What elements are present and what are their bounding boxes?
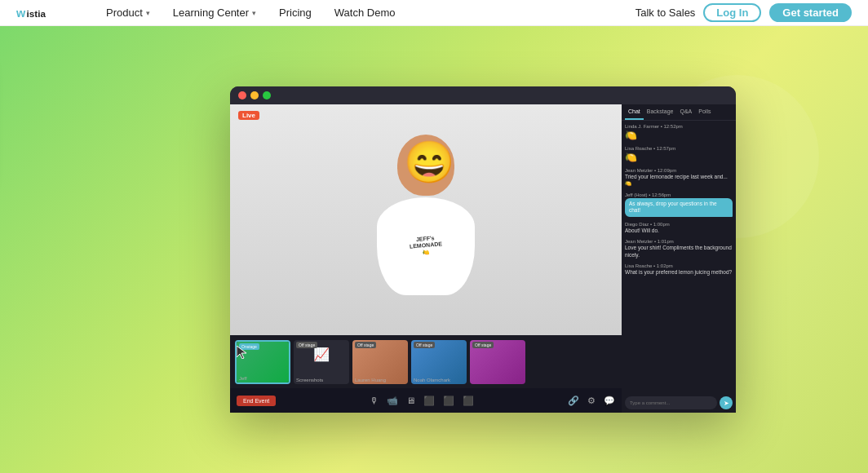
minimize-window-button[interactable] bbox=[250, 91, 259, 99]
layout-icon-3[interactable]: ⬛ bbox=[463, 396, 474, 406]
chat-tabs: Chat Backstage Q&A Polls bbox=[622, 104, 736, 121]
chat-messages: Linda J. Farmer • 12:52pm 🍋 Lisa Roache … bbox=[622, 121, 736, 393]
bottom-right-controls: 🔗 ⚙ 💬 bbox=[568, 396, 615, 406]
chat-message-1: Lisa Roache • 12:57pm 🍋 bbox=[625, 146, 733, 163]
video-area: Live JEFF'sLEMONADE🍋 bbox=[230, 104, 622, 413]
chat-sidebar: Chat Backstage Q&A Polls Linda J. Farmer… bbox=[622, 104, 736, 413]
chevron-down-icon: ▾ bbox=[146, 9, 150, 17]
presenter-head bbox=[397, 135, 454, 196]
svg-text:w: w bbox=[16, 7, 26, 20]
chat-message-3: Jeff (Host) • 12:56pm As always, drop yo… bbox=[625, 192, 733, 217]
tab-backstage[interactable]: Backstage bbox=[644, 104, 677, 120]
layout-icon-1[interactable]: ⬛ bbox=[423, 396, 435, 406]
chat-send-button[interactable]: ➤ bbox=[720, 396, 733, 409]
video-icon[interactable]: 📹 bbox=[387, 396, 398, 406]
tab-chat[interactable]: Chat bbox=[625, 104, 644, 120]
tab-polls[interactable]: Polls bbox=[695, 104, 714, 120]
get-started-button[interactable]: Get started bbox=[769, 3, 852, 22]
maximize-window-button[interactable] bbox=[263, 91, 271, 99]
chevron-down-icon: ▾ bbox=[252, 9, 256, 17]
invite-icon[interactable]: 🔗 bbox=[568, 396, 579, 406]
audio-icon[interactable]: 🎙 bbox=[370, 396, 379, 406]
nav-watch-demo[interactable]: Watch Demo bbox=[323, 0, 407, 26]
svg-marker-2 bbox=[237, 346, 246, 359]
chat-body-6: What is your preferred lemon juicing met… bbox=[625, 269, 733, 276]
thumb-label-1: Screenshots bbox=[296, 378, 323, 382]
layout-icon-2[interactable]: ⬛ bbox=[443, 396, 454, 406]
chat-user-0: Linda J. Farmer • 12:52pm bbox=[625, 124, 733, 129]
mouse-cursor bbox=[237, 346, 246, 359]
thumb-label-0: Jeff bbox=[239, 376, 247, 381]
thumb-badge-4: Off stage bbox=[472, 342, 494, 348]
app-window: Live JEFF'sLEMONADE🍋 bbox=[230, 86, 736, 413]
thumb-4[interactable]: Off stage bbox=[470, 340, 525, 384]
chat-message-5: Jean Metzler • 1:01pm Love your shirt! C… bbox=[625, 239, 733, 259]
talk-to-sales-link[interactable]: Talk to Sales bbox=[636, 7, 696, 19]
main-video: JEFF'sLEMONADE🍋 bbox=[230, 104, 622, 335]
chat-body-5: Love your shirt! Compliments the backgro… bbox=[625, 245, 733, 259]
thumb-2[interactable]: Off stage Lauren Huang bbox=[352, 340, 408, 384]
nav-product[interactable]: Product ▾ bbox=[95, 0, 162, 26]
nav-items: Product ▾ Learning Center ▾ Pricing Watc… bbox=[95, 0, 636, 26]
chat-body-4: About! Will do. bbox=[625, 228, 733, 234]
thumb-label-3: Noah Olamchark bbox=[414, 378, 450, 382]
end-event-button[interactable]: End Event bbox=[237, 396, 276, 406]
chat-icon[interactable]: 💬 bbox=[604, 396, 615, 406]
video-feed: JEFF'sLEMONADE🍋 bbox=[230, 104, 622, 335]
chat-user-2: Jean Metzler • 12:09pm bbox=[625, 168, 733, 173]
shirt-text: JEFF'sLEMONADE🍋 bbox=[409, 234, 443, 258]
thumb-label-2: Lauren Huang bbox=[355, 378, 386, 382]
chat-body-3: As always, drop your questions in the ch… bbox=[625, 198, 733, 217]
bottom-bar: End Event 🎙 📹 🖥 ⬛ ⬛ ⬛ 🔗 ⚙ 💬 bbox=[230, 388, 622, 413]
thumbnail-strip: Onstage Jeff 📈 Off stage Screenshots Off… bbox=[230, 335, 622, 388]
chat-message-4: Diego Diaz • 1:00pm About! Will do. bbox=[625, 222, 733, 234]
nav-pricing[interactable]: Pricing bbox=[268, 0, 323, 26]
window-titlebar bbox=[230, 86, 736, 104]
chat-user-3: Jeff (Host) • 12:56pm bbox=[625, 192, 733, 197]
screen-icon: 📈 bbox=[313, 347, 330, 362]
chat-input[interactable] bbox=[625, 396, 717, 409]
thumb-3[interactable]: Off stage Noah Olamchark bbox=[411, 340, 467, 384]
hero-section: Home 🏠 Content Library 📡 Live Events 📊 A… bbox=[0, 26, 868, 473]
navbar: w istia Product ▾ Learning Center ▾ Pric… bbox=[0, 0, 868, 26]
chat-user-5: Jean Metzler • 1:01pm bbox=[625, 239, 733, 244]
chat-user-1: Lisa Roache • 12:57pm bbox=[625, 146, 733, 151]
chat-message-2: Jean Metzler • 12:09pm Tried your lemona… bbox=[625, 168, 733, 188]
settings-icon[interactable]: ⚙ bbox=[587, 396, 596, 406]
close-window-button[interactable] bbox=[238, 91, 246, 99]
logo[interactable]: w istia bbox=[16, 6, 75, 20]
presenter-body: JEFF'sLEMONADE🍋 bbox=[377, 197, 475, 295]
thumb-badge-3: Off stage bbox=[414, 342, 435, 348]
nav-right: Talk to Sales Log In Get started bbox=[636, 3, 852, 22]
share-icon[interactable]: 🖥 bbox=[406, 396, 415, 406]
thumb-badge-1: Off stage bbox=[296, 342, 317, 348]
chat-user-4: Diego Diaz • 1:00pm bbox=[625, 222, 733, 227]
thumb-1[interactable]: 📈 Off stage Screenshots bbox=[294, 340, 349, 384]
window-body: Live JEFF'sLEMONADE🍋 bbox=[230, 104, 736, 413]
presenter-figure: JEFF'sLEMONADE🍋 bbox=[361, 135, 491, 306]
chat-user-6: Lisa Roache • 1:02pm bbox=[625, 263, 733, 268]
chat-message-0: Linda J. Farmer • 12:52pm 🍋 bbox=[625, 124, 733, 141]
thumb-badge-2: Off stage bbox=[355, 342, 376, 348]
live-badge: Live bbox=[238, 111, 259, 120]
chat-message-6: Lisa Roache • 1:02pm What is your prefer… bbox=[625, 263, 733, 276]
tab-qa[interactable]: Q&A bbox=[676, 104, 695, 120]
chat-body-2: Tried your lemonade recipe last week and… bbox=[625, 174, 733, 188]
login-button[interactable]: Log In bbox=[703, 3, 761, 22]
chat-input-area: ➤ bbox=[622, 393, 736, 413]
nav-learning-center[interactable]: Learning Center ▾ bbox=[162, 0, 268, 26]
bottom-media-controls: 🎙 📹 🖥 ⬛ ⬛ ⬛ bbox=[370, 396, 474, 406]
svg-text:istia: istia bbox=[27, 8, 46, 19]
